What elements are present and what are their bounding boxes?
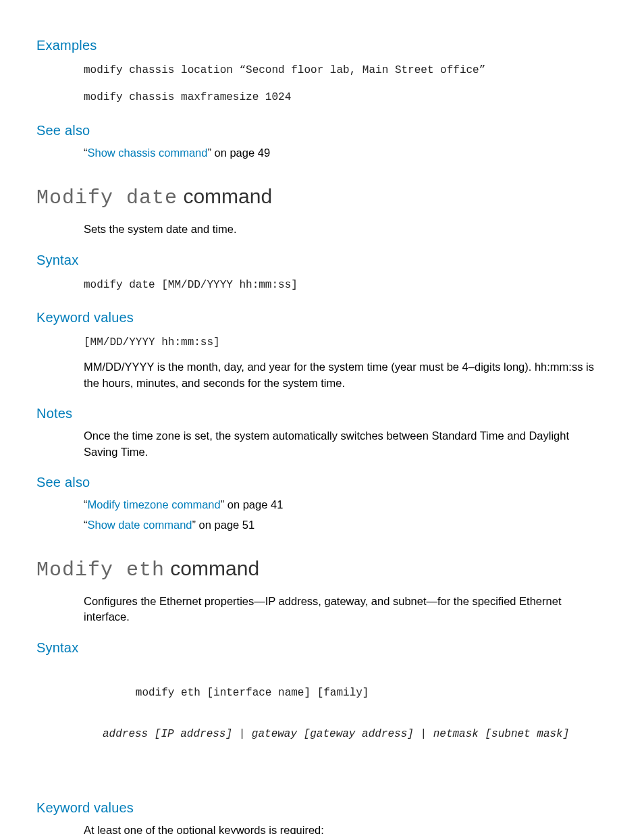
title-mono-modify-eth: Modify eth [36, 558, 165, 581]
see-also-line: “Modify timezone command” on page 41 [84, 497, 601, 513]
heading-notes: Notes [36, 406, 603, 421]
heading-modify-eth-command: Modify eth command [36, 557, 603, 581]
see-also-line: “Show date command” on page 51 [84, 517, 601, 533]
code-kv-date: [MM/DD/YYYY hh:mm:ss] [84, 332, 601, 353]
para-kv-date: MM/DD/YYYY is the month, day, and year f… [84, 359, 601, 391]
heading-keyword-values: Keyword values [36, 800, 603, 816]
heading-syntax: Syntax [36, 253, 603, 268]
desc-modify-date: Sets the system date and time. [84, 221, 601, 237]
heading-modify-date-command: Modify date command [36, 185, 603, 209]
code-syntax-eth-line2: address [IP address] | gateway [gateway … [84, 724, 601, 744]
para-notes-date: Once the time zone is set, the system au… [84, 428, 601, 460]
heading-see-also: See also [36, 123, 603, 138]
link-modify-timezone-command[interactable]: Modify timezone command [88, 498, 221, 511]
see-also-tail: ” on page 51 [192, 519, 255, 531]
heading-see-also: See also [36, 475, 603, 490]
see-also-tail: ” on page 41 [221, 498, 284, 511]
heading-syntax: Syntax [36, 640, 603, 656]
para-kv-eth-intro: At least one of the optional keywords is… [84, 823, 601, 834]
heading-examples: Examples [36, 38, 603, 53]
title-mono-modify-date: Modify date [36, 186, 178, 209]
code-example-1: modify chassis location “Second floor la… [84, 60, 601, 80]
code-syntax-eth-line1: modify eth [interface name] [family] [136, 687, 369, 699]
desc-modify-eth: Configures the Ethernet properties—IP ad… [84, 594, 601, 625]
see-also-line: “Show chassis command” on page 49 [84, 145, 601, 161]
see-also-tail: ” on page 49 [207, 147, 270, 159]
link-show-date-command[interactable]: Show date command [88, 519, 192, 531]
code-syntax-modify-date: modify date [MM/DD/YYYY hh:mm:ss] [84, 275, 601, 295]
link-show-chassis-command[interactable]: Show chassis command [88, 147, 208, 159]
code-example-2: modify chassis maxframesize 1024 [84, 87, 601, 107]
title-rest-command: command [178, 185, 272, 207]
heading-keyword-values: Keyword values [36, 310, 603, 325]
title-rest-command: command [165, 557, 259, 579]
code-syntax-modify-eth: modify eth [interface name] [family] add… [84, 662, 601, 785]
